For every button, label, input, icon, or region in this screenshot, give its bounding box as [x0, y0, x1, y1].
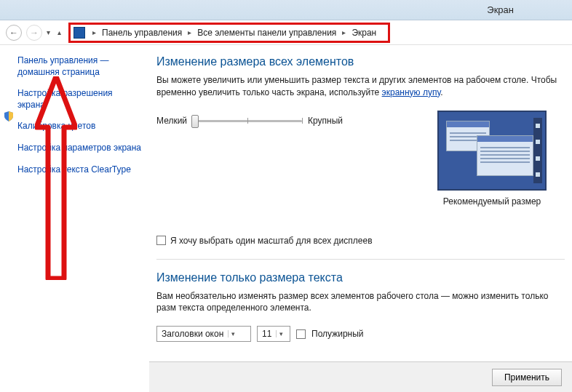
apply-button[interactable]: Применить — [492, 369, 562, 386]
breadcrumb-item[interactable]: Все элементы панели управления — [196, 28, 338, 38]
preview-caption: Рекомендуемый размер — [419, 196, 565, 207]
history-dropdown-icon[interactable]: ▾ — [47, 28, 50, 36]
sidebar: Панель управления — домашняя страница На… — [0, 45, 149, 392]
size-slider-block: Мелкий Крупный — [156, 111, 343, 128]
element-combo[interactable]: Заголовки окон ▾ — [156, 326, 251, 342]
divider — [156, 259, 565, 260]
slider-max-label: Крупный — [308, 116, 343, 126]
slider-thumb[interactable] — [191, 115, 199, 128]
section-title-text-only: Изменение только размера текста — [156, 271, 565, 284]
bold-label: Полужирный — [311, 329, 364, 339]
magnifier-link[interactable]: экранную лупу — [382, 87, 441, 97]
fontsize-combo[interactable]: 11 ▾ — [257, 326, 290, 342]
one-scale-checkbox[interactable] — [156, 236, 166, 245]
preview-monitor — [437, 111, 547, 191]
up-button[interactable]: ▴ — [57, 28, 61, 36]
breadcrumb-item[interactable]: Экран — [350, 28, 378, 38]
shield-icon — [3, 111, 15, 122]
one-scale-label: Я хочу выбрать один масштаб для всех дис… — [170, 236, 373, 246]
breadcrumb-item[interactable]: Панель управления — [100, 28, 183, 38]
section-title-resize-all: Изменение размера всех элементов — [156, 55, 565, 68]
main-panel: Изменение размера всех элементов Вы може… — [149, 45, 572, 392]
sidebar-item-calibration[interactable]: Калибровка цветов — [17, 121, 142, 132]
chevron-right-icon: ▸ — [185, 28, 194, 36]
slider-min-label: Мелкий — [156, 116, 187, 126]
section-desc-resize-all: Вы можете увеличить или уменьшить размер… — [156, 74, 565, 99]
window-title: Экран — [487, 4, 514, 15]
sidebar-item-display-params[interactable]: Настройка параметров экрана — [17, 143, 142, 154]
section-desc-text-only: Вам необязательно изменять размер всех э… — [156, 290, 565, 315]
chevron-down-icon: ▾ — [276, 330, 283, 337]
display-icon — [74, 27, 85, 39]
forward-button[interactable]: → — [26, 25, 42, 41]
chevron-down-icon: ▾ — [228, 330, 235, 337]
chevron-right-icon: ▸ — [90, 28, 99, 36]
sidebar-item-home[interactable]: Панель управления — домашняя страница — [17, 55, 142, 78]
nav-bar: ← → ▾ ▴ ▸ Панель управления ▸ Все элемен… — [0, 20, 572, 45]
sidebar-item-cleartype[interactable]: Настройка текста ClearType — [17, 164, 142, 176]
apply-bar: Применить — [149, 361, 572, 392]
bold-checkbox[interactable] — [296, 329, 306, 339]
size-slider[interactable] — [193, 113, 302, 128]
title-bar: Экран — [0, 0, 572, 20]
back-button[interactable]: ← — [6, 25, 22, 41]
breadcrumb: ▸ Панель управления ▸ Все элементы панел… — [68, 23, 390, 43]
chevron-right-icon: ▸ — [339, 28, 349, 36]
sidebar-item-resolution[interactable]: Настройка разрешения экрана — [17, 88, 142, 111]
